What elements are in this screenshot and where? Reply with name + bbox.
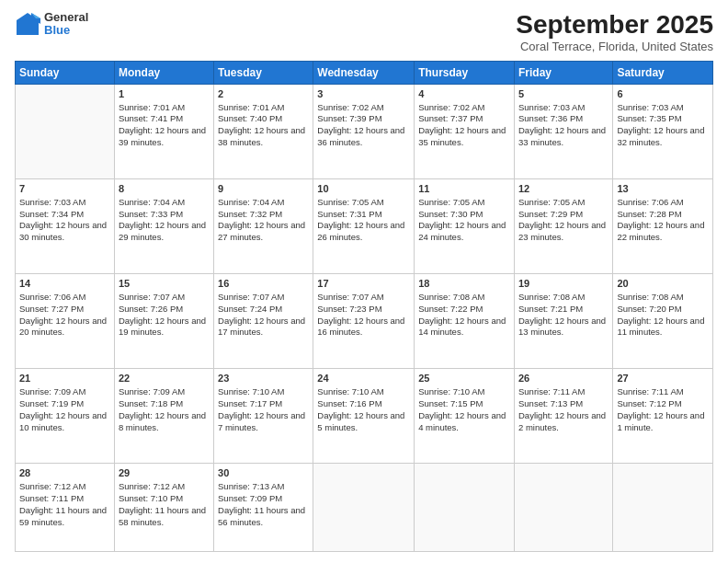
day-number: 23	[218, 372, 309, 385]
daylight-text: Daylight: 12 hours and 32 minutes.	[617, 125, 704, 147]
sunset-text: Sunset: 7:19 PM	[19, 398, 84, 408]
table-row: 29Sunrise: 7:12 AMSunset: 7:10 PMDayligh…	[114, 464, 213, 552]
table-row: 27Sunrise: 7:11 AMSunset: 7:12 PMDayligh…	[613, 369, 713, 464]
table-row: 20Sunrise: 7:08 AMSunset: 7:20 PMDayligh…	[613, 274, 713, 369]
daylight-text: Daylight: 12 hours and 39 minutes.	[119, 125, 206, 147]
day-number: 24	[317, 372, 410, 385]
daylight-text: Daylight: 12 hours and 2 minutes.	[518, 410, 606, 432]
day-number: 9	[218, 182, 309, 196]
title-block: September 2025 Coral Terrace, Florida, U…	[516, 11, 713, 53]
table-row: 2Sunrise: 7:01 AMSunset: 7:40 PMDaylight…	[214, 84, 313, 178]
sunset-text: Sunset: 7:28 PM	[617, 209, 681, 219]
sunset-text: Sunset: 7:34 PM	[19, 209, 84, 219]
col-friday: Friday	[514, 61, 612, 84]
sunset-text: Sunset: 7:39 PM	[317, 113, 381, 123]
calendar-table: Sunday Monday Tuesday Wednesday Thursday…	[15, 61, 713, 552]
table-row	[514, 464, 612, 552]
day-number: 14	[19, 277, 110, 291]
daylight-text: Daylight: 12 hours and 1 minute.	[617, 410, 704, 432]
table-row: 24Sunrise: 7:10 AMSunset: 7:16 PMDayligh…	[313, 369, 415, 464]
daylight-text: Daylight: 12 hours and 33 minutes.	[518, 125, 606, 147]
daylight-text: Daylight: 12 hours and 11 minutes.	[617, 316, 704, 338]
sunset-text: Sunset: 7:23 PM	[317, 304, 381, 314]
day-number: 2	[218, 87, 309, 101]
day-number: 20	[617, 277, 709, 291]
table-row: 10Sunrise: 7:05 AMSunset: 7:31 PMDayligh…	[313, 178, 415, 273]
calendar-header-row: Sunday Monday Tuesday Wednesday Thursday…	[16, 61, 713, 84]
table-row	[415, 464, 515, 552]
day-number: 30	[218, 466, 309, 480]
sunrise-text: Sunrise: 7:03 AM	[19, 197, 85, 207]
day-number: 10	[317, 182, 410, 196]
day-number: 8	[119, 182, 210, 196]
sunrise-text: Sunrise: 7:10 AM	[418, 386, 484, 396]
sunrise-text: Sunrise: 7:10 AM	[218, 386, 284, 396]
sunrise-text: Sunrise: 7:04 AM	[119, 197, 185, 207]
col-sunday: Sunday	[16, 61, 115, 84]
day-number: 13	[617, 182, 709, 196]
day-number: 18	[418, 277, 510, 291]
day-number: 28	[19, 466, 110, 480]
sunrise-text: Sunrise: 7:11 AM	[518, 386, 585, 396]
sunrise-text: Sunrise: 7:09 AM	[119, 386, 185, 396]
col-tuesday: Tuesday	[214, 61, 313, 84]
day-number: 19	[518, 277, 609, 291]
daylight-text: Daylight: 12 hours and 35 minutes.	[418, 125, 506, 147]
table-row	[613, 464, 713, 552]
table-row: 9Sunrise: 7:04 AMSunset: 7:32 PMDaylight…	[214, 178, 313, 273]
sunset-text: Sunset: 7:16 PM	[317, 398, 381, 408]
day-number: 22	[119, 372, 210, 385]
sunset-text: Sunset: 7:24 PM	[218, 304, 282, 314]
sunset-text: Sunset: 7:17 PM	[218, 398, 282, 408]
sunrise-text: Sunrise: 7:03 AM	[518, 102, 585, 112]
sunrise-text: Sunrise: 7:02 AM	[317, 102, 383, 112]
table-row: 26Sunrise: 7:11 AMSunset: 7:13 PMDayligh…	[514, 369, 612, 464]
sunset-text: Sunset: 7:40 PM	[218, 113, 282, 123]
sunset-text: Sunset: 7:09 PM	[218, 493, 282, 503]
table-row: 13Sunrise: 7:06 AMSunset: 7:28 PMDayligh…	[613, 178, 713, 273]
sunset-text: Sunset: 7:26 PM	[119, 304, 183, 314]
logo-text: General Blue	[44, 11, 88, 38]
daylight-text: Daylight: 12 hours and 24 minutes.	[418, 220, 506, 242]
table-row: 5Sunrise: 7:03 AMSunset: 7:36 PMDaylight…	[514, 84, 612, 178]
sunrise-text: Sunrise: 7:12 AM	[19, 481, 85, 491]
sunset-text: Sunset: 7:30 PM	[418, 209, 483, 219]
sunrise-text: Sunrise: 7:08 AM	[518, 292, 585, 302]
daylight-text: Daylight: 11 hours and 56 minutes.	[218, 505, 305, 527]
table-row: 17Sunrise: 7:07 AMSunset: 7:23 PMDayligh…	[313, 274, 415, 369]
col-monday: Monday	[114, 61, 213, 84]
day-number: 11	[418, 182, 510, 196]
table-row: 22Sunrise: 7:09 AMSunset: 7:18 PMDayligh…	[114, 369, 213, 464]
sunset-text: Sunset: 7:32 PM	[218, 209, 282, 219]
sunset-text: Sunset: 7:12 PM	[617, 398, 681, 408]
sunrise-text: Sunrise: 7:07 AM	[218, 292, 284, 302]
sunrise-text: Sunrise: 7:03 AM	[617, 102, 683, 112]
table-row: 8Sunrise: 7:04 AMSunset: 7:33 PMDaylight…	[114, 178, 213, 273]
daylight-text: Daylight: 12 hours and 30 minutes.	[19, 220, 107, 242]
day-number: 12	[518, 182, 609, 196]
sunrise-text: Sunrise: 7:07 AM	[119, 292, 185, 302]
sunset-text: Sunset: 7:27 PM	[19, 304, 84, 314]
table-row: 11Sunrise: 7:05 AMSunset: 7:30 PMDayligh…	[415, 178, 515, 273]
sunset-text: Sunset: 7:18 PM	[119, 398, 183, 408]
table-row: 23Sunrise: 7:10 AMSunset: 7:17 PMDayligh…	[214, 369, 313, 464]
table-row: 15Sunrise: 7:07 AMSunset: 7:26 PMDayligh…	[114, 274, 213, 369]
sunset-text: Sunset: 7:10 PM	[119, 493, 183, 503]
day-number: 29	[119, 466, 210, 480]
location-subtitle: Coral Terrace, Florida, United States	[516, 40, 713, 53]
month-title: September 2025	[516, 11, 713, 40]
daylight-text: Daylight: 11 hours and 59 minutes.	[19, 505, 107, 527]
sunset-text: Sunset: 7:37 PM	[418, 113, 483, 123]
day-number: 1	[119, 87, 210, 101]
daylight-text: Daylight: 12 hours and 38 minutes.	[218, 125, 305, 147]
sunrise-text: Sunrise: 7:06 AM	[617, 197, 683, 207]
sunset-text: Sunset: 7:33 PM	[119, 209, 183, 219]
table-row	[313, 464, 415, 552]
day-number: 7	[19, 182, 110, 196]
daylight-text: Daylight: 12 hours and 27 minutes.	[218, 220, 305, 242]
table-row: 12Sunrise: 7:05 AMSunset: 7:29 PMDayligh…	[514, 178, 612, 273]
daylight-text: Daylight: 12 hours and 36 minutes.	[317, 125, 404, 147]
day-number: 25	[418, 372, 510, 385]
sunset-text: Sunset: 7:21 PM	[518, 304, 583, 314]
sunrise-text: Sunrise: 7:04 AM	[218, 197, 284, 207]
